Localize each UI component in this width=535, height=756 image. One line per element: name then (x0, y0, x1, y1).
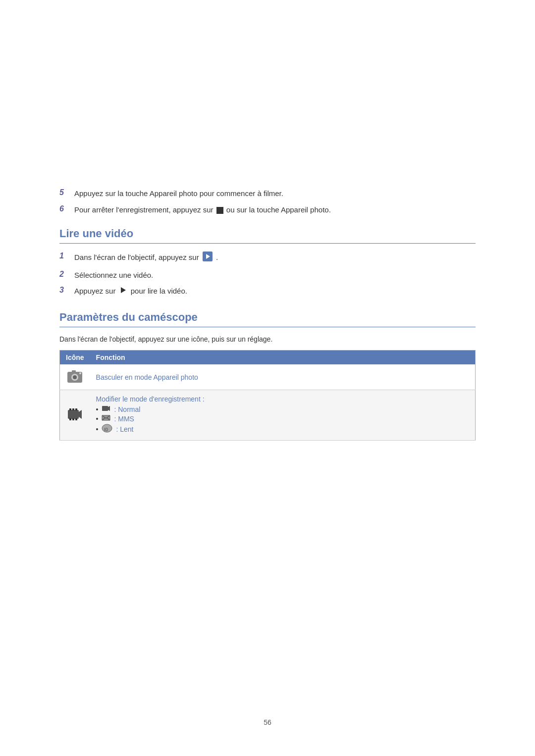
table-row-record-mode: Modifier le mode d'enregistrement : • (60, 390, 476, 441)
slow-svg-icon: (() (102, 424, 112, 433)
top-spacer (59, 30, 476, 188)
svg-rect-13 (69, 418, 71, 420)
lire-step-text-3: Appuyez sur pour lire la vidéo. (74, 286, 476, 297)
page-container: 5 Appuyez sur la touche Appareil photo p… (0, 0, 535, 756)
step-5: 5 Appuyez sur la touche Appareil photo p… (59, 188, 476, 200)
step-number-5: 5 (59, 188, 74, 197)
svg-marker-9 (79, 410, 82, 419)
table-header-row: Icône Fonction (60, 351, 476, 365)
lire-steps: 1 Dans l'écran de l'objectif, appuyez su… (59, 252, 476, 297)
lire-step-number-2: 2 (59, 270, 74, 279)
func-list-item-lent: • (() : Lent (96, 424, 469, 434)
record-mode-icon (67, 415, 83, 423)
intro-steps: 5 Appuyez sur la touche Appareil photo p… (59, 188, 476, 215)
params-description: Dans l'écran de l'objectif, appuyez sur … (59, 335, 476, 343)
step-text-5: Appuyez sur la touche Appareil photo pou… (74, 188, 476, 200)
fonction-cell-record-mode: Modifier le mode d'enregistrement : • (90, 390, 476, 441)
normal-item-icon (102, 405, 110, 413)
svg-rect-8 (68, 410, 79, 419)
section-parametres-camescope: Paramètres du caméscope Dans l'écran de … (59, 311, 476, 441)
lent-label: : Lent (116, 425, 133, 433)
col-fonction: Fonction (90, 351, 476, 365)
lire-step-2: 2 Sélectionnez une vidéo. (59, 270, 476, 281)
svg-point-5 (73, 375, 77, 379)
svg-rect-10 (69, 408, 71, 410)
svg-rect-14 (72, 418, 74, 420)
icon-cell-record-mode (60, 390, 90, 441)
lire-step-number-3: 3 (59, 286, 74, 295)
svg-text:((): (() (104, 427, 108, 431)
func-list-record-mode: • : Normal (96, 405, 469, 434)
func-list-item-normal: • : Normal (96, 405, 469, 413)
record-mode-svg (67, 407, 83, 421)
fonction-cell-camera-switch: Basculer en mode Appareil photo (90, 364, 476, 390)
lire-step-text-1: Dans l'écran de l'objectif, appuyez sur … (74, 252, 476, 265)
svg-marker-2 (121, 287, 126, 293)
step-text-6: Pour arrêter l'enregistrement, appuyez s… (74, 204, 476, 216)
step-6: 6 Pour arrêter l'enregistrement, appuyez… (59, 204, 476, 216)
page-number: 56 (264, 718, 271, 726)
normal-label: : Normal (114, 405, 140, 413)
mms-svg-icon (102, 414, 110, 421)
table-row-camera-switch: Basculer en mode Appareil photo (60, 364, 476, 390)
normal-svg-icon (102, 405, 110, 412)
params-table: Icône Fonction (59, 350, 476, 441)
func-title-camera-switch: Basculer en mode Appareil photo (96, 373, 198, 381)
svg-rect-12 (75, 408, 77, 410)
svg-rect-15 (75, 418, 77, 420)
play-icon-small (119, 286, 127, 298)
func-list-item-mms: • : MMS (96, 414, 469, 423)
step-number-6: 6 (59, 204, 74, 213)
play-svg-icon (203, 252, 213, 261)
func-title-record-mode: Modifier le mode d'enregistrement : (96, 395, 469, 403)
col-icone: Icône (60, 351, 90, 365)
stop-icon-inline (216, 207, 223, 214)
svg-point-7 (79, 372, 81, 374)
mms-item-icon (102, 414, 110, 423)
svg-marker-17 (108, 406, 110, 411)
lire-step-1: 1 Dans l'écran de l'objectif, appuyez su… (59, 252, 476, 265)
lire-une-video-heading: Lire une vidéo (59, 227, 476, 244)
icon-cell-camera-switch (60, 364, 90, 390)
parametres-camescope-heading: Paramètres du caméscope (59, 311, 476, 327)
play-icon-blue-1 (203, 252, 213, 265)
lent-item-icon: (() (102, 424, 112, 434)
lire-step-3: 3 Appuyez sur pour lire la vidéo. (59, 286, 476, 297)
camera-switch-svg (67, 369, 83, 383)
play-small-svg (119, 286, 127, 294)
svg-rect-11 (72, 408, 74, 410)
bullet-mms: • (96, 415, 99, 423)
section-lire-une-video: Lire une vidéo 1 Dans l'écran de l'objec… (59, 227, 476, 297)
lire-step-text-2: Sélectionnez une vidéo. (74, 270, 476, 281)
svg-rect-6 (72, 370, 76, 373)
mms-label: : MMS (114, 415, 134, 423)
camera-switch-icon (67, 377, 83, 385)
bullet-normal: • (96, 405, 99, 413)
lire-step-number-1: 1 (59, 252, 74, 260)
svg-rect-16 (102, 406, 108, 411)
bullet-lent: • (96, 425, 99, 433)
